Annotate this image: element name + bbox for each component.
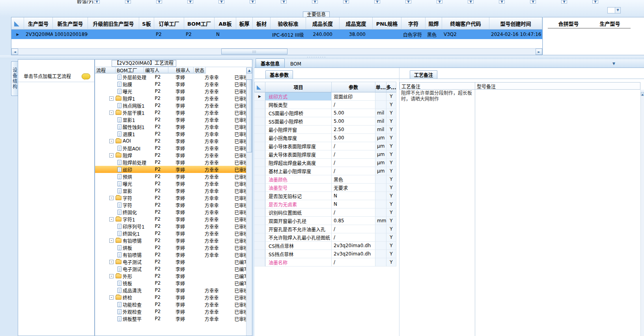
param-row[interactable]: ▶ CS面最小阻焊桥 5.00 mil Y	[254, 109, 396, 117]
tree-row[interactable]: 电子测试 P2 李婷 已编写	[95, 265, 252, 272]
combobox-dropdown-icon[interactable]: ▼	[561, 0, 567, 4]
process-cell[interactable]: 外层AOI	[95, 145, 154, 152]
column-header[interactable]: 单...	[375, 82, 386, 92]
collapse-icon[interactable]	[109, 196, 114, 200]
process-cell[interactable]: 外形	[95, 272, 154, 280]
param-value-cell[interactable]: 黑色	[332, 175, 375, 184]
param-name-cell[interactable]: 丝印方式	[265, 92, 332, 101]
collapse-icon[interactable]	[109, 139, 114, 143]
combobox[interactable]: ▼	[607, 7, 621, 13]
tree-row[interactable]: 挡点网版1 P2 李婷 方幸幸 已审核	[95, 102, 252, 109]
horizontal-scrollbar[interactable]: ◄ ||| ►	[11, 48, 542, 55]
param-name-cell[interactable]: 最大导体表面阻焊厚度	[265, 150, 332, 159]
process-cell[interactable]: 终固化	[95, 208, 154, 216]
combobox-dropdown-icon[interactable]: ▼	[343, 0, 349, 4]
column-header[interactable]: 合拼型号	[548, 20, 589, 28]
combobox-dropdown-icon[interactable]: ▼	[94, 0, 100, 4]
collapse-icon[interactable]	[109, 96, 114, 101]
tree-row[interactable]: 烘板 P2 李婷 方幸幸 已审核	[95, 244, 252, 251]
process-cell[interactable]: 电子测试	[95, 265, 154, 272]
process-cell[interactable]: 挡点网版1	[95, 102, 154, 109]
select-all-cell[interactable]	[11, 17, 24, 30]
tree-row[interactable]: 外形 P2 李婷 已编写	[95, 272, 252, 280]
param-row[interactable]: ▶ SS挡点菲林 2v3q20ima0.dh Y	[254, 250, 396, 258]
param-name-cell[interactable]: 最小拐角厚度	[265, 134, 332, 142]
tree-row[interactable]: 外层前处理 P2 李婷 方幸幸 已审核	[95, 73, 252, 81]
column-header[interactable]: 生产型号	[24, 17, 53, 30]
param-row[interactable]: ▶ 是否加无铅标记 N Y	[254, 192, 396, 200]
combobox-dropdown-icon[interactable]: ▼	[468, 0, 474, 4]
process-cell[interactable]: 有铅喷锡	[95, 251, 154, 258]
tree-row[interactable]: 贴膜 P2 李婷 方幸幸 已审核	[95, 81, 252, 88]
param-row[interactable]: ▶ 最小导体表面阻焊厚度 / μm Y	[254, 142, 396, 150]
combobox-dropdown-icon[interactable]: ▼	[312, 0, 318, 4]
tree-row[interactable]: AOI P2 李婷 方幸幸 已审核	[95, 137, 252, 145]
scrollbar-track[interactable]: |||	[18, 49, 536, 55]
column-header[interactable]: 成品长度	[306, 17, 340, 30]
process-cell[interactable]: 阻焊前处理	[95, 159, 154, 166]
param-name-cell[interactable]: 网板类型	[265, 101, 332, 109]
combobox-dropdown-icon[interactable]: ▼	[125, 0, 131, 4]
process-cell[interactable]: 字符1	[95, 216, 154, 223]
param-name-cell[interactable]: 基材上最小阻焊厚度	[265, 167, 332, 175]
tree-row[interactable]: 功能检查 P2 李婷 方幸幸 已审核	[95, 301, 252, 308]
tree-row[interactable]: 字符1 P2 李婷 方幸幸 已审核	[95, 216, 252, 223]
param-value-cell[interactable]: 0.85	[332, 217, 375, 225]
param-name-cell[interactable]: 最小导体表面阻焊厚度	[265, 142, 332, 150]
param-name-cell[interactable]: SS面最小阻焊桥	[265, 117, 332, 126]
param-value-cell[interactable]: /	[332, 167, 375, 175]
param-value-cell[interactable]: 2v3q20ima0.dh	[332, 242, 375, 250]
tree-row[interactable]: 印序列号1 P2 李婷 方幸幸 已审核	[95, 223, 252, 230]
param-value-cell[interactable]: 5.00	[332, 134, 375, 142]
column-header[interactable]: AB板	[215, 17, 236, 30]
combobox-dropdown-icon[interactable]: ▼	[592, 0, 598, 4]
process-cell[interactable]: 丝印	[95, 166, 154, 173]
param-row[interactable]: ▶ 识别码位置图纸 / Y	[254, 208, 396, 217]
tree-row[interactable]: 预烘 P2 李婷 方幸幸 已审核	[95, 173, 252, 180]
tree-row[interactable]: 外层干膜1 P2 李婷 方幸幸 已审核	[95, 109, 252, 116]
process-cell[interactable]: 曝光	[95, 88, 154, 95]
collapse-icon[interactable]	[109, 260, 114, 264]
param-row[interactable]: ▶ 最大导体表面阻焊厚度 / μm Y	[254, 150, 396, 159]
column-header[interactable]: 参数	[332, 82, 375, 92]
tree-row[interactable]: 有铅喷锡 P2 李婷 方幸幸 已审核	[95, 251, 252, 258]
process-cell[interactable]: 外观检查	[95, 308, 154, 315]
tab-basic-params[interactable]: 基本参数	[265, 70, 293, 79]
param-value-cell[interactable]: 2v3q20ima0.dh	[332, 250, 375, 258]
column-header[interactable]: 字符	[401, 17, 426, 30]
param-name-cell[interactable]: 不允许阻焊入孔最小孔径图纸	[265, 233, 332, 242]
param-value-cell[interactable]: N	[332, 200, 375, 208]
param-value-cell[interactable]: /	[332, 101, 375, 109]
process-cell[interactable]: 显影	[95, 187, 154, 194]
param-name-cell[interactable]: 阻焊超出焊盘最大高度	[265, 159, 332, 167]
tree-row[interactable]: 成品清洗 P2 李婷 方幸幸 已审核	[95, 287, 252, 294]
chevron-down-icon[interactable]: ▼	[612, 62, 615, 66]
process-cell[interactable]: 烘板	[95, 244, 154, 251]
tree-row[interactable]: 阻焊前处理 P2 李婷 方幸幸 已审核	[95, 159, 252, 166]
select-all-cell[interactable]	[254, 82, 265, 92]
param-name-cell[interactable]: 油墨型号	[265, 184, 332, 192]
collapse-icon[interactable]	[109, 217, 114, 221]
param-name-cell[interactable]: 油墨颜色	[265, 175, 332, 184]
param-value-cell[interactable]: 2.50	[332, 126, 375, 134]
selected-model-row[interactable]: ▶ 2V3Q20IMA010010200189001P2P2NIPC-6012 …	[11, 30, 542, 39]
scroll-left-icon[interactable]: ◄	[11, 49, 18, 55]
combobox-dropdown-icon[interactable]: ▼	[281, 0, 287, 4]
tree-row[interactable]: 电子测试 P2 李婷 已编写	[95, 258, 252, 265]
param-value-cell[interactable]: N	[332, 192, 375, 200]
param-value-cell[interactable]: 无要求	[332, 184, 375, 192]
combobox-dropdown-icon[interactable]: ▼	[405, 0, 411, 4]
process-cell[interactable]: 字符	[95, 201, 154, 208]
collapse-icon[interactable]	[109, 111, 114, 115]
param-name-cell[interactable]: SS挡点菲林	[265, 250, 332, 258]
param-name-cell[interactable]: 油墨名称	[265, 258, 332, 267]
param-value-cell[interactable]: 5.00	[332, 117, 375, 126]
param-row[interactable]: ▶ 最小拐角厚度 5.00 μm Y	[254, 134, 396, 142]
tree-row[interactable]: 字符 P2 李婷 方幸幸 已审核	[95, 201, 252, 208]
combobox-dropdown-icon[interactable]: ▼	[250, 0, 256, 4]
tree-row[interactable]: 铣板 P2 李婷 已编写	[95, 280, 252, 287]
param-row[interactable]: ▶ 双面开窗最小孔径 0.85 mm Y	[254, 217, 396, 225]
model-remark-text[interactable]	[475, 90, 640, 336]
param-row[interactable]: ▶ SS面最小阻焊桥 5.00 mil Y	[254, 117, 396, 126]
collapse-icon[interactable]	[109, 295, 114, 300]
